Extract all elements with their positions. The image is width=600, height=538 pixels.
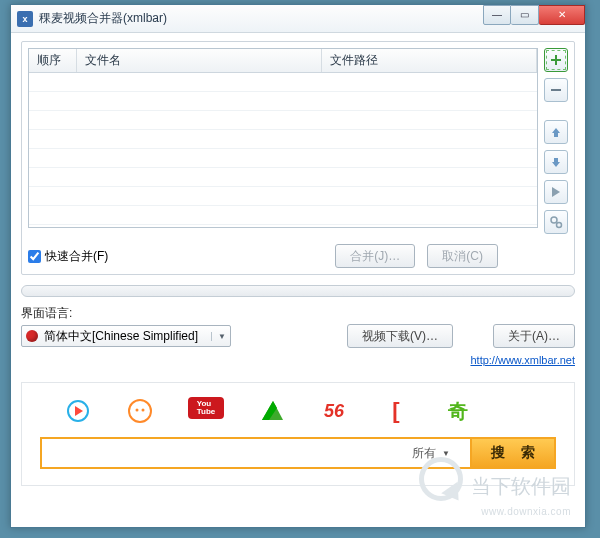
client-area: 顺序 文件名 文件路径 <box>11 33 585 494</box>
minus-icon <box>549 83 563 97</box>
flag-icon <box>26 330 38 342</box>
action-row: 快速合并(F) 合并(J)… 取消(C) <box>28 244 568 268</box>
search-filter-combo[interactable]: 所有 ▼ <box>392 437 470 469</box>
table-row[interactable] <box>29 111 537 130</box>
watermark-url: www.downxia.com <box>481 506 571 517</box>
remove-button[interactable] <box>544 78 568 102</box>
site-icon-56[interactable]: 56 <box>320 397 348 425</box>
plus-icon <box>549 53 563 67</box>
close-button[interactable]: ✕ <box>539 5 585 25</box>
site-icon-qiyi[interactable]: 奇 <box>444 397 472 425</box>
homepage-link[interactable]: http://www.xmlbar.net <box>21 354 575 366</box>
table-row[interactable] <box>29 149 537 168</box>
col-order[interactable]: 顺序 <box>29 49 77 72</box>
arrow-up-icon <box>550 126 562 138</box>
language-row-wrap: 界面语言: 简体中文[Chinese Simplified] ▼ 视频下载(V)… <box>21 305 575 366</box>
move-down-button[interactable] <box>544 150 568 174</box>
svg-point-8 <box>142 409 145 412</box>
col-filepath[interactable]: 文件路径 <box>322 49 537 72</box>
svg-rect-2 <box>551 89 561 91</box>
tudou-icon <box>127 398 153 424</box>
table-row[interactable] <box>29 168 537 187</box>
play-icon <box>551 186 561 198</box>
titlebar[interactable]: x 稞麦视频合并器(xmlbar) — ▭ ✕ <box>11 5 585 33</box>
search-filter-label: 所有 <box>412 445 436 462</box>
svg-point-7 <box>136 409 139 412</box>
move-up-button[interactable] <box>544 120 568 144</box>
site-icon-youtube[interactable]: YouTube <box>188 397 224 419</box>
file-grid[interactable]: 顺序 文件名 文件路径 <box>28 48 538 228</box>
app-icon: x <box>17 11 33 27</box>
col-filename[interactable]: 文件名 <box>77 49 322 72</box>
grid-body[interactable] <box>29 73 537 227</box>
window-title: 稞麦视频合并器(xmlbar) <box>39 10 483 27</box>
settings-button[interactable] <box>544 210 568 234</box>
grid-header: 顺序 文件名 文件路径 <box>29 49 537 73</box>
cancel-button[interactable]: 取消(C) <box>427 244 498 268</box>
search-input[interactable] <box>40 437 392 469</box>
language-selected: 简体中文[Chinese Simplified] <box>44 328 198 345</box>
site-icon-green[interactable] <box>258 397 286 425</box>
language-label: 界面语言: <box>21 305 579 322</box>
fast-merge-label: 快速合并(F) <box>45 248 108 265</box>
side-toolbar <box>544 48 568 234</box>
file-list-panel: 顺序 文件名 文件路径 <box>21 41 575 275</box>
chevron-down-icon: ▼ <box>442 449 450 458</box>
svg-point-4 <box>557 223 562 228</box>
svg-point-3 <box>551 217 557 223</box>
site-icon-row: YouTube 56 [ 奇 <box>40 397 556 437</box>
add-button[interactable] <box>544 48 568 72</box>
search-panel: YouTube 56 [ 奇 所有 ▼ 搜 索 <box>21 382 575 486</box>
svg-rect-1 <box>551 59 561 61</box>
table-row[interactable] <box>29 206 537 225</box>
arrow-down-icon <box>550 156 562 168</box>
table-row[interactable] <box>29 130 537 149</box>
site-icon-letv[interactable]: [ <box>382 397 410 425</box>
table-row[interactable] <box>29 73 537 92</box>
minimize-button[interactable]: — <box>483 5 511 25</box>
triangle-icon <box>259 398 285 424</box>
play-button[interactable] <box>544 180 568 204</box>
window-controls: — ▭ ✕ <box>483 5 585 25</box>
site-icon-youku[interactable] <box>64 397 92 425</box>
table-row[interactable] <box>29 187 537 206</box>
chevron-down-icon: ▼ <box>211 332 226 341</box>
youku-icon <box>65 398 91 424</box>
search-row: 所有 ▼ 搜 索 <box>40 437 556 469</box>
table-row[interactable] <box>29 92 537 111</box>
fast-merge-checkbox[interactable]: 快速合并(F) <box>28 248 108 265</box>
search-button[interactable]: 搜 索 <box>470 437 556 469</box>
maximize-button[interactable]: ▭ <box>511 5 539 25</box>
merge-button[interactable]: 合并(J)… <box>335 244 415 268</box>
gear-icon <box>549 215 563 229</box>
language-combo[interactable]: 简体中文[Chinese Simplified] ▼ <box>21 325 231 347</box>
svg-point-6 <box>129 400 151 422</box>
app-window: x 稞麦视频合并器(xmlbar) — ▭ ✕ 顺序 文件名 文件路径 <box>10 4 586 528</box>
separator <box>21 285 575 297</box>
fast-merge-input[interactable] <box>28 250 41 263</box>
site-icon-tudou[interactable] <box>126 397 154 425</box>
about-button[interactable]: 关于(A)… <box>493 324 575 348</box>
video-download-button[interactable]: 视频下载(V)… <box>347 324 453 348</box>
